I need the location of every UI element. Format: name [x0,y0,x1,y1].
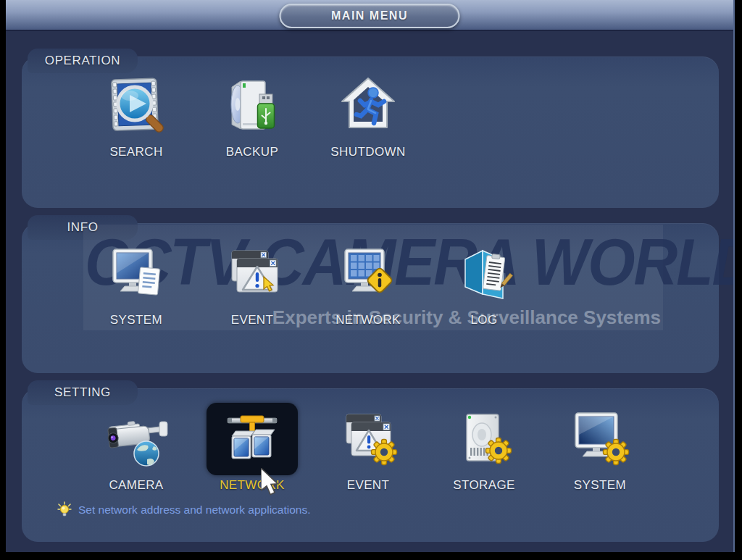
menu-item-label: SYSTEM [110,313,162,327]
menu-item-event-setting[interactable]: EVENT [314,406,422,493]
log-icon [451,241,517,307]
menu-item-label: LOG [470,313,497,327]
menu-item-label: SEARCH [109,145,162,159]
menu-item-label: BACKUP [226,145,278,159]
section-tab-setting: SETTING [28,380,138,405]
menu-item-backup[interactable]: BACKUP [198,72,307,159]
menu-item-label: SHUTDOWN [330,145,405,159]
section-label: SETTING [54,385,111,400]
system-info-icon [103,241,170,307]
menu-item-label: EVENT [231,313,274,327]
camera-icon [103,406,170,472]
mouse-cursor [261,468,281,500]
hint-row: Set network address and network applicat… [57,501,311,519]
page-title-label: MAIN MENU [331,9,408,22]
backup-icon [219,72,285,139]
section-tab-info: INFO [28,215,138,240]
menu-item-log[interactable]: LOG [430,241,538,327]
menu-item-system-info[interactable]: SYSTEM [82,241,191,327]
panel-operation: OPERATION [22,57,719,208]
bulb-icon [57,501,72,519]
shutdown-icon [335,72,401,139]
search-icon [103,72,170,139]
menu-item-label: SYSTEM [574,478,626,493]
event-info-icon [219,241,285,307]
content-area: MAIN MENU OPERATION [6,0,735,552]
storage-icon [451,406,517,472]
setting-row: CAMERA [82,406,654,493]
network-info-icon [335,241,401,307]
menu-item-search[interactable]: SEARCH [82,72,191,159]
menu-item-label: NETWORK [335,313,401,327]
menu-item-label: EVENT [347,478,390,493]
menu-item-storage[interactable]: STORAGE [430,406,538,493]
section-label: OPERATION [45,54,120,68]
menu-item-system-setting[interactable]: SYSTEM [546,406,654,493]
event-setting-icon [335,406,401,472]
dvr-main-menu-screen: MAIN MENU OPERATION [0,0,742,560]
panel-info: INFO [22,223,719,373]
menu-item-network-setting[interactable]: NETWORK [198,406,307,493]
menu-item-shutdown[interactable]: SHUTDOWN [314,72,422,159]
menu-item-label: STORAGE [453,478,515,493]
panel-setting: SETTING [22,388,719,542]
network-setting-icon [219,406,285,472]
header-bar: MAIN MENU [6,0,733,31]
info-row: SYSTEM [82,241,538,327]
section-tab-operation: OPERATION [28,49,138,73]
menu-item-network-info[interactable]: NETWORK [314,241,422,327]
section-label: INFO [67,220,98,235]
operation-row: SEARCH [82,72,422,159]
hint-text: Set network address and network applicat… [78,503,311,517]
menu-item-camera[interactable]: CAMERA [82,406,191,493]
menu-item-label: CAMERA [109,478,163,493]
page-title: MAIN MENU [280,4,460,28]
menu-item-event-info[interactable]: EVENT [198,241,307,327]
system-setting-icon [567,406,633,472]
